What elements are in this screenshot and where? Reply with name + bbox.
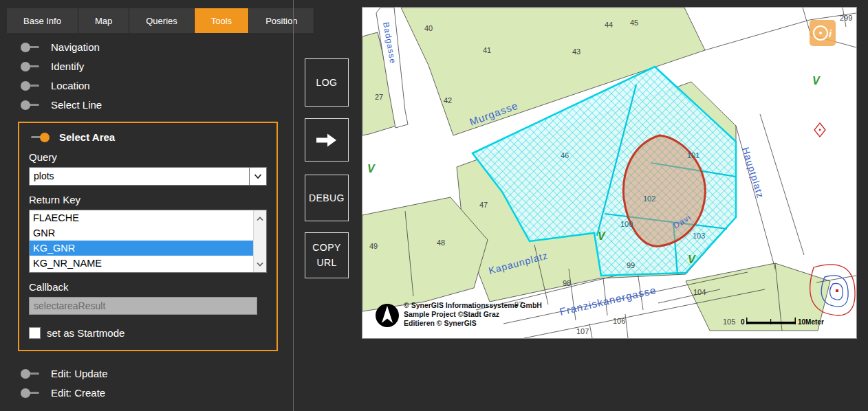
toggle-switch-icon [21, 369, 41, 379]
parcel-label: 27 [375, 93, 383, 101]
tab-position[interactable]: Position [249, 8, 314, 33]
scale-distance-label: 10Meter [798, 318, 824, 326]
return-key-option[interactable]: FLAECHE [30, 210, 254, 225]
parcel-label: 46 [561, 151, 569, 159]
parcel-label: 101 [687, 151, 699, 159]
forward-arrow-button[interactable] [305, 118, 349, 162]
parcel-label: 106 [613, 317, 625, 325]
query-label: Query [29, 151, 267, 163]
tab-bar: Base Info Map Queries Tools Position [7, 8, 314, 33]
parcel-label: 299 [840, 14, 852, 22]
toggle-navigation[interactable]: Navigation [21, 41, 293, 53]
chevron-down-icon [257, 262, 263, 267]
toggle-switch-icon [21, 62, 41, 71]
parcel-label: 107 [576, 327, 589, 335]
debug-button[interactable]: DEBUG [305, 175, 349, 221]
toggle-select-area[interactable]: Select Area [29, 131, 267, 143]
parcel-label: 44 [605, 21, 613, 29]
toggle-select-line[interactable]: Select Line [21, 99, 293, 111]
listbox-scrollbar[interactable] [253, 210, 266, 272]
toggle-location[interactable]: Location [21, 80, 293, 91]
parcel-label: 48 [437, 238, 445, 247]
app-window: Base Info Map Queries Tools Position Nav… [0, 0, 868, 411]
parcel-label: 45 [630, 19, 638, 27]
parcel-label: 102 [643, 195, 655, 203]
return-key-label: Return Key [29, 194, 267, 206]
dropdown-button[interactable] [249, 168, 266, 185]
startmode-label: set as Startmode [47, 327, 124, 339]
parcel-label: 105 [723, 318, 735, 326]
vegetation-marker: V [598, 230, 606, 242]
parcel-label: 40 [424, 24, 433, 32]
panel-divider [293, 0, 294, 411]
select-area-group: Select Area Query plots Return Key FLAEC… [18, 122, 278, 351]
parcel-label: 104 [693, 288, 706, 296]
north-arrow-icon [376, 304, 399, 327]
tab-tools[interactable]: Tools [195, 8, 249, 33]
parcel-label: 98 [563, 279, 571, 287]
parcel-label: 103 [693, 232, 705, 240]
toggle-switch-on-icon [29, 133, 50, 142]
parcel-label: 100 [620, 220, 633, 228]
startmode-checkbox[interactable] [29, 327, 41, 339]
vegetation-marker: V [812, 75, 821, 87]
vegetation-marker: V [367, 163, 376, 175]
tab-base-info[interactable]: Base Info [7, 8, 78, 33]
parcel-label: 41 [483, 46, 491, 54]
callback-input[interactable] [29, 297, 257, 315]
map-view[interactable]: Badgasse Murgasse Hauptplatz Kapaunplatz… [362, 7, 857, 339]
parcel-label: 42 [444, 96, 452, 104]
scrollbar-down-button[interactable] [254, 256, 266, 272]
arrow-right-icon [316, 133, 337, 148]
query-selected-value: plots [30, 168, 249, 185]
street-label: Hauptplatz [740, 146, 766, 199]
toggle-switch-icon [21, 81, 41, 91]
edit-toggles: Edit: Update Edit: Create [21, 368, 293, 399]
parcel-label: 43 [572, 47, 581, 56]
toggle-edit-update[interactable]: Edit: Update [21, 368, 293, 379]
scrollbar-up-button[interactable] [254, 210, 266, 227]
toggle-identify[interactable]: Identify [21, 60, 293, 72]
scale-zero-label: 0 [741, 318, 745, 326]
return-key-options: FLAECHE GNR KG_GNR KG_NR_NAME [30, 210, 254, 272]
return-key-option-selected[interactable]: KG_GNR [30, 241, 254, 256]
toggle-switch-icon [21, 100, 41, 110]
chevron-down-icon [254, 174, 262, 179]
copy-url-button[interactable]: COPY URL [305, 232, 349, 278]
return-key-listbox: FLAECHE GNR KG_GNR KG_NR_NAME [29, 210, 267, 273]
toggle-switch-icon [21, 388, 41, 398]
startmode-row: set as Startmode [29, 327, 267, 339]
parcel-label: 47 [479, 201, 488, 209]
toggle-location-label: Location [51, 80, 90, 91]
log-button[interactable]: LOG [305, 58, 349, 107]
toggle-identify-label: Identify [51, 60, 84, 72]
attribution-line: © SynerGIS Informationssysteme GmbH [404, 301, 542, 309]
query-select[interactable]: plots [29, 167, 267, 186]
toggle-select-line-label: Select Line [51, 99, 102, 111]
vegetation-marker: V [688, 254, 696, 265]
parcel-label: 49 [369, 242, 378, 250]
return-key-option[interactable]: KG_NR_NAME [30, 256, 254, 271]
parcel-label: 99 [627, 261, 635, 269]
chevron-up-icon [257, 216, 263, 221]
toggle-select-area-label: Select Area [59, 131, 115, 143]
toggle-edit-update-label: Edit: Update [51, 368, 108, 379]
return-key-option[interactable]: GNR [30, 225, 254, 241]
map-tool-button[interactable]: i [810, 20, 836, 46]
toggle-navigation-label: Navigation [51, 41, 100, 53]
callback-label: Callback [29, 281, 267, 293]
toggle-switch-icon [21, 43, 41, 52]
toggle-edit-create-label: Edit: Create [51, 387, 105, 399]
tab-queries[interactable]: Queries [129, 8, 195, 33]
attribution-line: Editieren © SynerGIS [404, 319, 477, 327]
attribution-line: Sample Project ©Stadt Graz [404, 310, 499, 318]
tab-map[interactable]: Map [78, 8, 129, 33]
map-attribution: © SynerGIS Informationssysteme GmbH Samp… [404, 301, 542, 327]
toggle-edit-create[interactable]: Edit: Create [21, 387, 293, 399]
tools-panel: Navigation Identify Location Select Line… [0, 41, 293, 411]
